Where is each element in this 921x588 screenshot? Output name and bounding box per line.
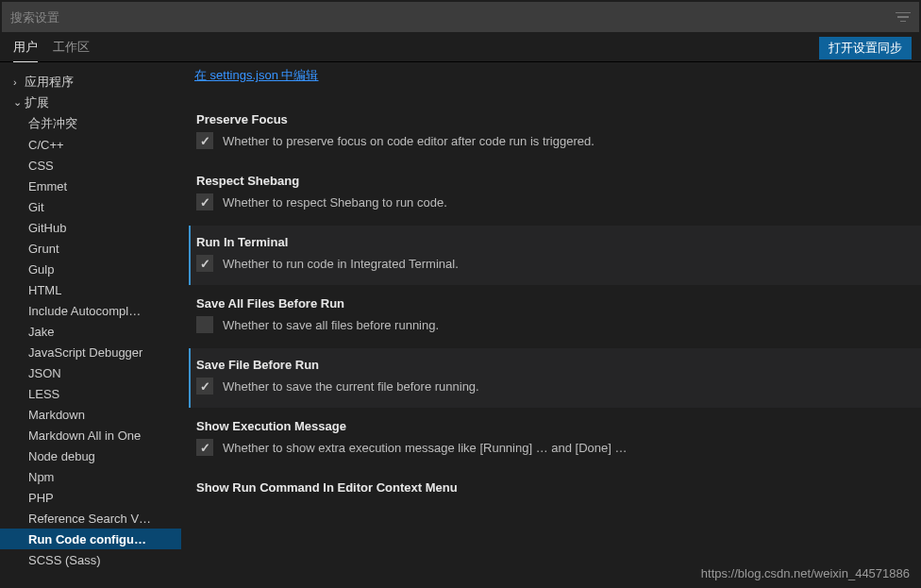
sidebar-item[interactable]: PHP bbox=[0, 487, 181, 508]
setting-row: Whether to save all files before running… bbox=[196, 316, 902, 333]
sidebar-item-label: 合并冲突 bbox=[28, 115, 77, 132]
tab-user[interactable]: 用户 bbox=[13, 33, 38, 62]
sidebar-item[interactable]: Markdown All in One bbox=[0, 425, 181, 445]
setting-item-show-execution-message: Show Execution MessageWhether to show ex… bbox=[189, 410, 921, 469]
sidebar-item[interactable]: Npm bbox=[0, 466, 181, 487]
sidebar-item-label: Node debug bbox=[28, 449, 95, 463]
sidebar-item-label: 扩展 bbox=[25, 94, 49, 111]
sidebar-item-label: Git bbox=[28, 200, 44, 214]
setting-title: Preserve Focus bbox=[196, 112, 902, 126]
setting-item-preserve-focus: Preserve FocusWhether to preserve focus … bbox=[189, 103, 921, 162]
sidebar-item-label: Markdown All in One bbox=[28, 428, 141, 443]
sidebar-item-label: Include Autocompl… bbox=[28, 304, 141, 318]
sidebar-item[interactable]: Reference Search V… bbox=[0, 508, 181, 529]
settings-panel[interactable]: 在 settings.json 中编辑 Preserve FocusWhethe… bbox=[181, 62, 921, 588]
sidebar-item-label: Emmet bbox=[28, 179, 67, 193]
sidebar-item-label: PHP bbox=[28, 491, 54, 505]
setting-description: Whether to respect Shebang to run code. bbox=[223, 195, 447, 210]
sidebar-item-label: SCSS (Sass) bbox=[28, 553, 101, 567]
sidebar-item[interactable]: LESS bbox=[0, 383, 181, 404]
setting-item-respect-shebang: Respect ShebangWhether to respect Sheban… bbox=[189, 164, 921, 224]
setting-description: Whether to save all files before running… bbox=[223, 318, 439, 332]
search-bar bbox=[2, 2, 919, 32]
setting-description: Whether to run code in Integrated Termin… bbox=[223, 257, 459, 271]
setting-row: Whether to respect Shebang to run code. bbox=[196, 193, 902, 210]
sidebar-item[interactable]: Jake bbox=[0, 321, 181, 342]
tabs-row: 用户 工作区 打开设置同步 bbox=[0, 34, 921, 62]
sidebar-item[interactable]: 合并冲突 bbox=[0, 113, 181, 134]
setting-description: Whether to show extra execution message … bbox=[223, 441, 628, 455]
sidebar-item[interactable]: Include Autocompl… bbox=[0, 300, 181, 321]
checkbox-respect-shebang[interactable] bbox=[196, 193, 213, 210]
settings-sidebar: › 应用程序 ⌄ 扩展 合并冲突C/C++CSSEmmetGitGitHubGr… bbox=[0, 62, 181, 588]
chevron-right-icon: › bbox=[13, 76, 25, 88]
sidebar-item[interactable]: JavaScript Debugger bbox=[0, 342, 181, 362]
main-content: › 应用程序 ⌄ 扩展 合并冲突C/C++CSSEmmetGitGitHubGr… bbox=[0, 62, 921, 588]
sidebar-item-label: 应用程序 bbox=[25, 74, 74, 91]
sidebar-item[interactable]: SCSS (Sass) bbox=[0, 549, 181, 570]
setting-row: Whether to preserve focus on code editor… bbox=[196, 132, 902, 149]
sidebar-item[interactable]: Git bbox=[0, 196, 181, 217]
sidebar-item-label: CSS bbox=[28, 159, 54, 173]
setting-title: Save All Files Before Run bbox=[196, 296, 902, 311]
sidebar-item-label: Reference Search V… bbox=[28, 512, 151, 526]
tab-workspace[interactable]: 工作区 bbox=[53, 33, 90, 62]
setting-row: Whether to show extra execution message … bbox=[196, 439, 902, 456]
sidebar-item-applications[interactable]: › 应用程序 bbox=[0, 72, 181, 92]
setting-title: Show Execution Message bbox=[196, 419, 902, 433]
sidebar-item-label: Npm bbox=[28, 470, 54, 484]
setting-item-save-all-files-before-run: Save All Files Before RunWhether to save… bbox=[189, 287, 921, 346]
setting-row: Whether to save the current file before … bbox=[196, 378, 902, 395]
sidebar-item[interactable]: HTML bbox=[0, 279, 181, 300]
sidebar-item[interactable]: Gulp bbox=[0, 259, 181, 279]
sidebar-item[interactable]: Markdown bbox=[0, 404, 181, 425]
sidebar-item[interactable]: Node debug bbox=[0, 445, 181, 466]
setting-item-show-run-command-in-editor-context-menu: Show Run Command In Editor Context Menu bbox=[189, 471, 921, 513]
sidebar-item-label: Jake bbox=[28, 325, 54, 339]
sidebar-item[interactable]: Emmet bbox=[0, 176, 181, 196]
open-settings-sync-button[interactable]: 打开设置同步 bbox=[819, 37, 912, 59]
sidebar-item[interactable]: JSON bbox=[0, 362, 181, 383]
sidebar-item[interactable]: Run Code configu… bbox=[0, 529, 181, 549]
sidebar-item-label: Markdown bbox=[28, 408, 85, 422]
sidebar-item[interactable]: GitHub bbox=[0, 217, 181, 238]
setting-title: Respect Shebang bbox=[196, 174, 902, 188]
sidebar-item-label: Run Code configu… bbox=[28, 532, 146, 546]
setting-description: Whether to save the current file before … bbox=[223, 379, 479, 394]
setting-title: Save File Before Run bbox=[196, 358, 902, 372]
sidebar-item-label: HTML bbox=[28, 283, 61, 297]
setting-description: Whether to preserve focus on code editor… bbox=[223, 134, 594, 148]
sidebar-item-label: GitHub bbox=[28, 221, 66, 235]
sidebar-item[interactable]: C/C++ bbox=[0, 134, 181, 155]
settings-search-input[interactable] bbox=[10, 10, 896, 25]
edit-in-settings-json-link[interactable]: 在 settings.json 中编辑 bbox=[189, 67, 319, 84]
sidebar-item[interactable]: Grunt bbox=[0, 238, 181, 259]
setting-title: Show Run Command In Editor Context Menu bbox=[196, 480, 902, 495]
checkbox-show-execution-message[interactable] bbox=[196, 439, 213, 456]
checkbox-preserve-focus[interactable] bbox=[196, 132, 213, 149]
sidebar-item-label: JSON bbox=[28, 366, 61, 380]
sidebar-item-label: Gulp bbox=[28, 262, 54, 277]
checkbox-save-all-files-before-run[interactable] bbox=[196, 316, 213, 333]
chevron-down-icon: ⌄ bbox=[13, 96, 25, 109]
setting-row: Whether to run code in Integrated Termin… bbox=[196, 255, 902, 272]
sidebar-item-extensions[interactable]: ⌄ 扩展 bbox=[0, 92, 181, 113]
sidebar-item-label: JavaScript Debugger bbox=[28, 345, 142, 360]
sidebar-item-label: Grunt bbox=[28, 242, 59, 256]
filter-icon[interactable] bbox=[896, 9, 911, 25]
checkbox-save-file-before-run[interactable] bbox=[196, 378, 213, 395]
setting-item-run-in-terminal: Run In TerminalWhether to run code in In… bbox=[189, 226, 921, 285]
setting-title: Run In Terminal bbox=[196, 235, 902, 249]
sidebar-item[interactable]: CSS bbox=[0, 155, 181, 176]
setting-item-save-file-before-run: Save File Before RunWhether to save the … bbox=[189, 348, 921, 408]
checkbox-run-in-terminal[interactable] bbox=[196, 255, 213, 272]
sidebar-item-label: LESS bbox=[28, 387, 59, 401]
sidebar-item-label: C/C++ bbox=[28, 138, 64, 152]
